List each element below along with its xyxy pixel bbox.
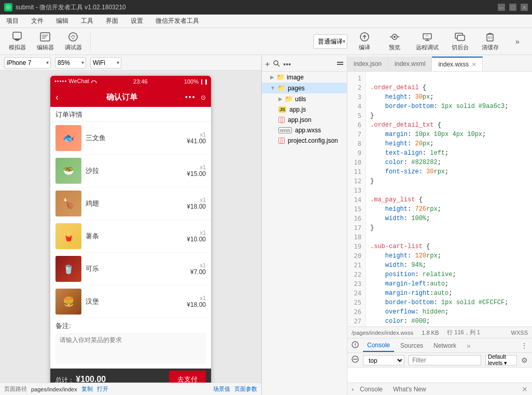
note-input[interactable] xyxy=(55,333,206,364)
file-path: /pages/index/index.wxss xyxy=(352,330,413,336)
compile-select[interactable]: 普通编译 xyxy=(313,34,347,49)
svg-rect-1 xyxy=(13,32,21,39)
open-button[interactable]: 打开 xyxy=(97,385,108,393)
console-tab-network[interactable]: Network xyxy=(429,340,460,351)
device-select[interactable]: iPhone 7 xyxy=(4,57,51,69)
tree-item-label: image xyxy=(287,74,304,81)
console-toolbar: top Default levels ▾ ⚙ xyxy=(347,353,532,367)
preview-button[interactable]: 预览 xyxy=(382,30,408,53)
cut-back-icon xyxy=(454,31,466,43)
scene-button[interactable]: 场景值 xyxy=(213,385,230,393)
food-image-fries: 🍟 xyxy=(55,223,81,249)
console-context-select[interactable]: top xyxy=(363,355,404,365)
code-content[interactable]: .order_detail { height: 30px; border-bot… xyxy=(366,72,532,326)
tree-item-appjs[interactable]: JS app.js xyxy=(262,104,347,115)
menu-settings[interactable]: 设置 xyxy=(129,16,145,26)
order-item-name: 鸡翅 xyxy=(86,199,176,208)
console-bottom-tab-whatsnew[interactable]: What's New xyxy=(389,385,430,394)
network-select[interactable]: WiFi xyxy=(90,57,121,69)
svg-rect-28 xyxy=(337,62,343,63)
console-tabs: Console Sources Network » ⋮ xyxy=(347,338,532,353)
compile-select-wrapper[interactable]: 普通编译 xyxy=(313,34,347,49)
svg-rect-23 xyxy=(487,34,493,41)
order-item-right-wings: x1 ¥18.00 xyxy=(180,197,206,210)
code-editor[interactable]: 12345 678910 1112131415 1617181920 21222… xyxy=(347,72,532,326)
close-button[interactable]: ✕ xyxy=(521,4,528,11)
tree-item-projectconfig[interactable]: {} project.config.json xyxy=(262,135,347,146)
zoom-select-wrapper[interactable]: 85% xyxy=(55,57,86,69)
menu-tools[interactable]: 工具 xyxy=(79,16,95,26)
nav-back: ‹ xyxy=(55,92,59,103)
more-icon: » xyxy=(511,35,524,48)
console-debug-icon xyxy=(352,341,359,350)
pay-button[interactable]: 去支付 xyxy=(169,371,206,383)
more-files-icon[interactable]: ••• xyxy=(283,60,291,69)
remote-debug-button[interactable]: 远程调试 xyxy=(412,30,443,53)
menu-edit[interactable]: 编辑 xyxy=(54,16,71,26)
console-settings-icon[interactable]: ⋮ xyxy=(521,342,528,350)
editor-label: 编辑器 xyxy=(37,44,54,51)
console-tab-console[interactable]: Console xyxy=(363,339,394,352)
tab-close-icon[interactable]: × xyxy=(472,60,476,69)
copy-button[interactable]: 复制 xyxy=(81,385,93,393)
clear-cache-button[interactable]: 清缓存 xyxy=(477,30,503,53)
simulator-button[interactable]: 模拟器 xyxy=(4,30,30,53)
search-icon[interactable] xyxy=(273,60,280,69)
file-size: 1.8 KB xyxy=(422,330,439,336)
console-tab-more[interactable]: » xyxy=(463,339,475,352)
tab-indexwxss[interactable]: index.wxss × xyxy=(432,57,483,71)
tab-indexwxml[interactable]: index.wxml xyxy=(388,57,432,71)
title-bar-left: submit - 微信开发者工具 v1.02.1803210 xyxy=(4,3,126,12)
phone-footer: 总计： ¥100.00 去支付 xyxy=(50,369,211,383)
folder-icon-pages: 📁 xyxy=(277,84,286,92)
order-item-info-wings: 鸡翅 xyxy=(81,199,180,208)
tree-item-pages[interactable]: ▼ 📁 pages xyxy=(262,83,347,93)
console-filter-input[interactable] xyxy=(409,355,481,365)
network-select-wrapper[interactable]: WiFi xyxy=(90,57,121,69)
minimize-button[interactable]: — xyxy=(498,4,505,11)
order-item-price: ¥15.00 xyxy=(180,170,206,178)
tree-item-label: app.js xyxy=(289,106,306,113)
menu-project[interactable]: 项目 xyxy=(4,16,21,26)
tree-item-image[interactable]: ▶ 📁 image xyxy=(262,72,347,83)
tree-item-appjson[interactable]: {} app.json xyxy=(262,115,347,125)
params-button[interactable]: 页面参数 xyxy=(234,385,257,393)
console-close-icon[interactable]: ✕ xyxy=(522,385,528,393)
compile-button[interactable]: 编译 xyxy=(352,30,377,53)
cursor-position: 行 116，列 1 xyxy=(447,329,480,336)
console-context-select-wrapper[interactable]: top xyxy=(363,355,404,365)
editor-panel: + ••• ▶ 📁 image ▼ 📁 xyxy=(262,55,532,395)
food-image-salad: 🥗 xyxy=(55,158,81,184)
tab-indexjson[interactable]: index.json xyxy=(347,57,388,71)
order-item-info-cola: 可乐 xyxy=(81,264,180,274)
order-item-info-salad: 沙拉 xyxy=(81,166,180,175)
console-levels-select[interactable]: Default levels ▾ xyxy=(485,355,517,365)
phone-status-bar: ••••• WeChat 23:46 100% ▉ xyxy=(50,76,211,87)
menu-wxdev[interactable]: 微信开发者工具 xyxy=(153,16,201,26)
order-item-name: 三文鱼 xyxy=(86,133,176,143)
menu-file[interactable]: 文件 xyxy=(29,16,46,26)
console-bottom-tab-console[interactable]: Console xyxy=(356,385,387,394)
tree-item-appwxss[interactable]: wxss app.wxss xyxy=(262,125,347,135)
device-select-wrapper[interactable]: iPhone 7 xyxy=(4,57,51,69)
debugger-button[interactable]: 调试器 xyxy=(60,30,86,53)
zoom-select[interactable]: 85% xyxy=(55,57,86,69)
file-tree-toolbar: + ••• xyxy=(262,57,347,72)
folder-icon-utils: 📁 xyxy=(285,95,293,103)
maximize-button[interactable]: □ xyxy=(509,4,516,11)
collapse-icon[interactable] xyxy=(337,60,344,69)
console-gear-icon[interactable]: ⚙ xyxy=(521,356,528,364)
editor-button[interactable]: 编辑器 xyxy=(32,30,58,53)
phone-container: ••••• WeChat 23:46 100% ▉ ‹ 确认订单 ••• xyxy=(0,71,261,383)
more-button[interactable]: » xyxy=(507,30,528,53)
tree-item-utils[interactable]: ▶ 📁 utils xyxy=(262,93,347,104)
cut-back-button[interactable]: 切后台 xyxy=(447,30,473,53)
svg-point-26 xyxy=(274,61,278,65)
add-file-icon[interactable]: + xyxy=(265,60,270,69)
order-section-title: 订单详情 xyxy=(50,107,211,122)
console-tab-sources[interactable]: Sources xyxy=(396,340,427,351)
console-prohibit-icon[interactable] xyxy=(352,356,359,364)
tree-item-label: pages xyxy=(288,85,305,92)
page-path-value: pages/index/index xyxy=(31,386,77,392)
menu-interface[interactable]: 界面 xyxy=(104,16,120,26)
